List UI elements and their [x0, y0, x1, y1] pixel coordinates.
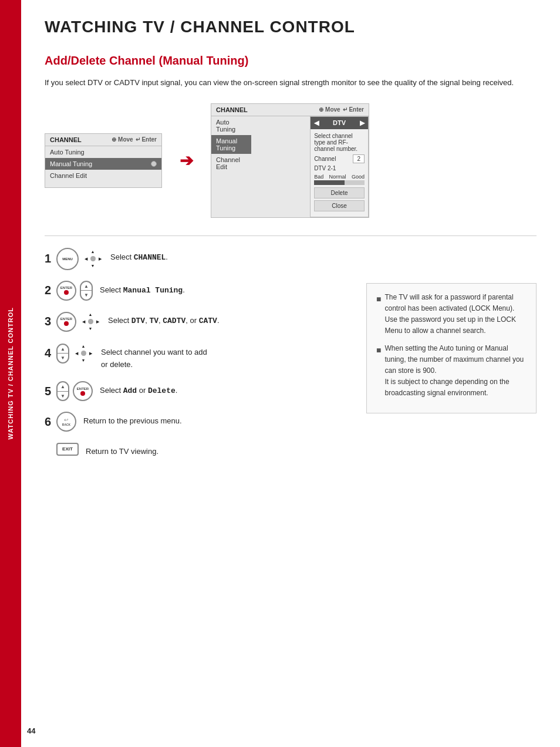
step-5: 5 ▲ ▼ ENTER Select Add or: [45, 381, 349, 401]
menu-button[interactable]: MENU: [56, 248, 79, 270]
signal-labels: Bad Normal Good: [314, 174, 365, 180]
submenu-left-arrow: ◀: [314, 119, 319, 127]
step3-desc: Select DTV, TV, CADTV, or CATV.: [108, 311, 220, 328]
signal-bar-track: [314, 180, 365, 185]
signal-normal: Normal: [329, 174, 346, 180]
center-dot: [89, 255, 96, 263]
step2-number: 2: [45, 284, 54, 297]
up-half[interactable]: ▲: [81, 282, 92, 291]
submenu-panel: ◀ DTV ▶ Select channel type and RF-chann…: [310, 116, 369, 217]
back-button[interactable]: ↩ BACK: [56, 412, 76, 432]
menu1-item-manual: Manual Tuning: [45, 158, 161, 170]
ud-btn-2[interactable]: ▲ ▼: [80, 281, 93, 301]
down-arrow-3[interactable]: ▼: [87, 325, 94, 332]
right-arrow[interactable]: ▶: [96, 255, 103, 263]
left-arrow[interactable]: ◀: [82, 255, 89, 263]
signal-bar-container: Bad Normal Good: [314, 174, 365, 185]
step3-number: 3: [45, 315, 54, 328]
step-3: 3 ENTER ▲ ◀ ▶ ▼: [45, 311, 349, 332]
note-1: ■ The TV will ask for a password if pare…: [376, 292, 527, 337]
right-arrow-4[interactable]: ▶: [87, 350, 94, 357]
menu2-item-manual: Manual Tuning: [211, 135, 251, 154]
bullet-2: ■: [376, 344, 381, 399]
sidebar: WATCHING TV / CHANNEL CONTROL: [0, 0, 21, 747]
submenu-right-arrow: ▶: [360, 119, 365, 127]
channel-value: 2: [353, 154, 365, 163]
nav-group-1: ▲ ◀ ▶ ▼: [82, 248, 103, 270]
step4-btn-row: ▲ ▼ ▲ ◀ ▶ ▼: [56, 343, 94, 364]
up-arrow-3[interactable]: ▲: [87, 311, 94, 318]
signal-bad: Bad: [314, 174, 323, 180]
menu2-items: Auto Tuning Manual Tuning Channel Edit: [211, 116, 251, 217]
enter-button-3[interactable]: ENTER: [56, 312, 76, 332]
menu2-title: CHANNEL: [216, 106, 248, 113]
menu2-body: Auto Tuning Manual Tuning Channel Edit ◀…: [211, 116, 369, 217]
down-half[interactable]: ▼: [81, 291, 92, 300]
step4-icons: 4 ▲ ▼ ▲ ◀ ▶ ▼: [45, 343, 94, 364]
bullet-1: ■: [376, 292, 381, 337]
channel-row: Channel 2: [314, 154, 365, 163]
down-arrow[interactable]: ▼: [89, 263, 96, 270]
close-button[interactable]: Close: [314, 200, 365, 211]
steps-area: 1 MENU ▲ ◀ ▶ ▼: [45, 248, 537, 469]
up-half-5[interactable]: ▲: [58, 382, 68, 391]
menu1-item-edit: Channel Edit: [45, 170, 161, 181]
step2-desc: Select Manual Tuning.: [100, 281, 185, 297]
section-title: Add/Delete Channel (Manual Tuning): [45, 54, 537, 68]
step4-desc: Select channel you want to addor delete.: [101, 343, 207, 371]
step5-btn-row: ▲ ▼ ENTER: [56, 381, 93, 401]
up-half-4[interactable]: ▲: [58, 345, 68, 354]
step6-desc: Return to the previous menu.: [83, 412, 182, 428]
step5-icons: 5 ▲ ▼ ENTER: [45, 381, 93, 401]
note-2: ■ When setting the Auto tuning or Manual…: [376, 343, 527, 399]
up-arrow[interactable]: ▲: [89, 248, 96, 255]
note-1-text: The TV will ask for a password if parent…: [384, 292, 527, 337]
left-arrow-4[interactable]: ◀: [73, 350, 80, 357]
diagrams-area: CHANNEL ⊕ Move ↵ Enter Auto Tuning Manua…: [45, 103, 537, 218]
ud-btn-4[interactable]: ▲ ▼: [56, 344, 69, 364]
submenu-selected: DTV: [333, 119, 346, 126]
step1-desc: Select CHANNEL.: [110, 248, 168, 264]
down-half-5[interactable]: ▼: [58, 392, 68, 401]
menu-box-1: CHANNEL ⊕ Move ↵ Enter Auto Tuning Manua…: [45, 133, 162, 188]
step3-icons: 3 ENTER ▲ ◀ ▶ ▼: [45, 311, 101, 332]
step-2: 2 ENTER ▲ ▼ Select Manual: [45, 281, 349, 301]
note-2-text: When setting the Auto tuning or Manual t…: [384, 343, 527, 399]
enter-button-2[interactable]: ENTER: [56, 281, 76, 301]
menu1-title: CHANNEL: [50, 136, 82, 143]
delete-button[interactable]: Delete: [314, 187, 365, 198]
divider: [45, 235, 537, 236]
down-half-4[interactable]: ▼: [58, 354, 68, 362]
enter-button-5[interactable]: ENTER: [73, 381, 93, 401]
steps-list: 1 MENU ▲ ◀ ▶ ▼: [45, 248, 349, 469]
step2-icons: 2 ENTER ▲ ▼: [45, 281, 93, 301]
center-4: [80, 350, 87, 357]
nav-arrows-1: ▲ ◀ ▶ ▼: [82, 248, 103, 270]
menu1-nav: ⊕ Move ↵ Enter: [112, 136, 157, 143]
right-arrow-3[interactable]: ▶: [94, 318, 101, 325]
ud-btn-5[interactable]: ▲ ▼: [56, 381, 69, 401]
up-arrow-4[interactable]: ▲: [80, 343, 87, 350]
step6-icons: 6 ↩ BACK: [45, 412, 76, 432]
step-6: 6 ↩ BACK Return to the previous menu.: [45, 412, 349, 432]
center-3: [87, 318, 94, 325]
step6-btn-row: ↩ BACK: [56, 412, 76, 432]
menu1-item-auto: Auto Tuning: [45, 146, 161, 158]
forward-arrow: ➔: [180, 151, 193, 170]
notes-panel: ■ The TV will ask for a password if pare…: [366, 283, 537, 414]
step1-number: 1: [45, 252, 54, 265]
menu2-header: CHANNEL ⊕ Move ↵ Enter: [211, 104, 369, 116]
exit-button[interactable]: EXIT: [56, 443, 79, 456]
main-content: WATCHING TV / CHANNEL CONTROL Add/Delete…: [21, 0, 560, 492]
down-arrow-4[interactable]: ▼: [80, 357, 87, 364]
nav-arrows-3: ▲ ◀ ▶ ▼: [80, 311, 101, 332]
step1-icons: 1 MENU ▲ ◀ ▶ ▼: [45, 248, 103, 270]
nav-arrows-4: ▲ ◀ ▶ ▼: [73, 343, 94, 364]
step1-btn-row: MENU ▲ ◀ ▶ ▼: [56, 248, 103, 270]
step-4: 4 ▲ ▼ ▲ ◀ ▶ ▼: [45, 343, 349, 371]
channel-label: Channel: [314, 156, 336, 162]
page-title: WATCHING TV / CHANNEL CONTROL: [45, 18, 537, 36]
step5-desc: Select Add or Delete.: [100, 381, 177, 398]
sidebar-label: WATCHING TV / CHANNEL CONTROL: [7, 307, 14, 439]
left-arrow-3[interactable]: ◀: [80, 318, 87, 325]
